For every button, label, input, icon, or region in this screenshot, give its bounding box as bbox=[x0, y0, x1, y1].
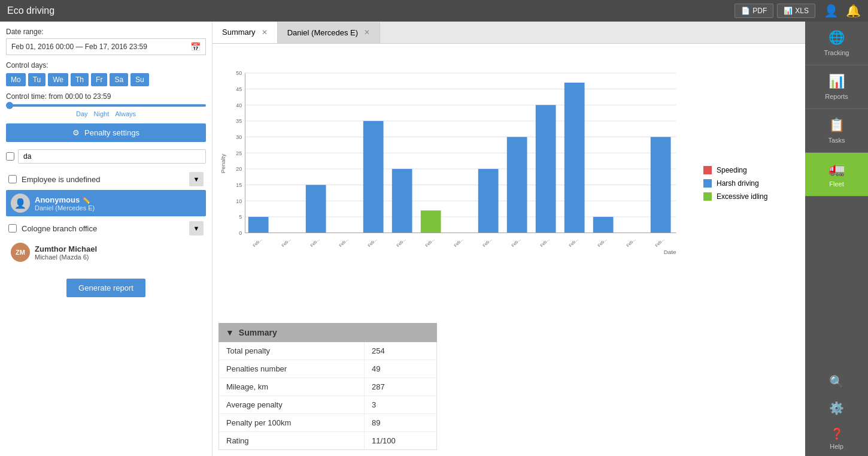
sidebar-item-tracking[interactable]: 🌐 Tracking bbox=[805, 22, 868, 65]
day-su[interactable]: Su bbox=[130, 73, 149, 86]
time-slider-thumb[interactable] bbox=[6, 102, 13, 109]
day-sa[interactable]: Sa bbox=[110, 73, 128, 86]
settings-icon: ⚙ bbox=[72, 128, 80, 137]
tab-summary[interactable]: Summary ✕ bbox=[213, 22, 278, 43]
x-axis-label: Date bbox=[664, 249, 676, 255]
penalty-settings-button[interactable]: ⚙ Penalty settings bbox=[6, 123, 206, 142]
chart-container: Penalty bbox=[213, 44, 805, 456]
fleet-label: Fleet bbox=[829, 180, 843, 188]
tracking-icon: 🌐 bbox=[828, 30, 845, 46]
sidebar-help-item[interactable]: ❓ Help bbox=[805, 421, 868, 456]
day-th[interactable]: Th bbox=[71, 73, 89, 86]
summary-header[interactable]: ▼ Summary bbox=[218, 323, 437, 342]
tasks-icon: 📋 bbox=[828, 117, 845, 133]
right-sidebar: 🌐 Tracking 📊 Reports 📋 Tasks 🚛 Fleet 🔍 ⚙… bbox=[805, 22, 868, 456]
driver-row-anonymous[interactable]: 👤 Anonymous ✏️ Daniel (Mercedes E) bbox=[6, 190, 206, 216]
svg-text:Feb...: Feb... bbox=[338, 237, 350, 249]
time-option-day[interactable]: Day bbox=[76, 110, 88, 117]
day-we[interactable]: We bbox=[48, 73, 68, 86]
bar-0 bbox=[248, 217, 269, 233]
edit-icon[interactable]: ✏️ bbox=[82, 197, 90, 204]
cologne-branch-label: Cologne branch office bbox=[22, 224, 184, 233]
date-range-input[interactable]: Feb 01, 2016 00:00 — Feb 17, 2016 23:59 … bbox=[6, 38, 206, 55]
employee-undefined-checkbox[interactable] bbox=[8, 175, 17, 183]
search-row bbox=[6, 149, 206, 164]
control-days-label: Control days: bbox=[6, 61, 206, 70]
svg-text:Feb...: Feb... bbox=[396, 237, 407, 249]
search-checkbox[interactable] bbox=[6, 152, 14, 161]
sidebar-item-tasks[interactable]: 📋 Tasks bbox=[805, 109, 868, 153]
summary-row-per-100km: Penalty per 100km 89 bbox=[219, 414, 436, 432]
svg-text:Feb...: Feb... bbox=[482, 237, 493, 249]
summary-table: Total penalty 254 Penalties number 49 Mi… bbox=[218, 342, 437, 450]
svg-text:35: 35 bbox=[236, 118, 242, 124]
tab-daniel-close[interactable]: ✕ bbox=[364, 28, 370, 37]
driver-avatar-anonymous: 👤 bbox=[11, 194, 30, 213]
sidebar-settings-item[interactable]: ⚙️ bbox=[805, 395, 868, 421]
time-option-always[interactable]: Always bbox=[115, 110, 136, 117]
anonymous-icon: 👤 bbox=[14, 198, 26, 209]
tab-summary-close[interactable]: ✕ bbox=[262, 28, 268, 37]
svg-text:Feb...: Feb... bbox=[424, 237, 436, 249]
help-icon: ❓ bbox=[830, 427, 843, 440]
legend-speeding-label: Speeding bbox=[717, 166, 747, 174]
time-option-night[interactable]: Night bbox=[94, 110, 110, 117]
sidebar-bottom: 🔍 ⚙️ ❓ Help bbox=[805, 369, 868, 456]
tracking-label: Tracking bbox=[824, 49, 849, 56]
svg-text:Feb...: Feb... bbox=[626, 237, 637, 249]
search-icon: 🔍 bbox=[829, 375, 844, 389]
generate-report-button[interactable]: Generate report bbox=[66, 279, 145, 297]
days-buttons: Mo Tu We Th Fr Sa Su bbox=[6, 73, 206, 86]
employee-undefined-expand[interactable]: ▼ bbox=[189, 172, 204, 186]
svg-text:40: 40 bbox=[236, 102, 242, 108]
settings-icon: ⚙️ bbox=[829, 401, 844, 415]
svg-text:50: 50 bbox=[236, 70, 242, 76]
bell-icon[interactable]: 🔔 bbox=[846, 4, 861, 18]
rating-label: Rating bbox=[219, 432, 365, 449]
per-100km-value: 89 bbox=[365, 414, 436, 431]
bar-4 bbox=[363, 121, 384, 233]
driver-vehicle-anonymous: Daniel (Mercedes E) bbox=[35, 204, 201, 212]
app-title: Eco driving bbox=[7, 5, 735, 16]
tab-daniel[interactable]: Daniel (Mercedes E) ✕ bbox=[278, 22, 381, 43]
svg-text:5: 5 bbox=[239, 214, 242, 220]
driver-avatar-zumthor: ZM bbox=[11, 243, 30, 262]
time-slider[interactable] bbox=[6, 104, 206, 107]
bar-5 bbox=[392, 169, 412, 233]
pdf-icon: 📄 bbox=[741, 7, 750, 15]
svg-text:Feb...: Feb... bbox=[539, 237, 551, 249]
top-bar: Eco driving 📄 PDF 📊 XLS 👤 🔔 bbox=[0, 0, 868, 22]
total-penalty-value: 254 bbox=[365, 342, 436, 360]
legend-harsh-label: Harsh driving bbox=[717, 179, 759, 188]
day-mo[interactable]: Mo bbox=[6, 73, 26, 86]
tasks-label: Tasks bbox=[828, 137, 845, 144]
per-100km-label: Penalty per 100km bbox=[219, 414, 365, 431]
penalty-settings-label: Penalty settings bbox=[84, 128, 139, 137]
svg-text:Feb...: Feb... bbox=[281, 237, 292, 249]
svg-text:Feb...: Feb... bbox=[654, 237, 666, 249]
sidebar-search-item[interactable]: 🔍 bbox=[805, 369, 868, 395]
time-slider-container[interactable] bbox=[6, 104, 206, 107]
cologne-branch-row[interactable]: Cologne branch office ▼ bbox=[6, 218, 206, 239]
cologne-branch-checkbox[interactable] bbox=[8, 224, 17, 232]
svg-text:45: 45 bbox=[236, 86, 242, 92]
summary-row-penalties-number: Penalties number 49 bbox=[219, 360, 436, 378]
xls-button[interactable]: 📊 XLS bbox=[777, 4, 815, 18]
sidebar-item-reports[interactable]: 📊 Reports bbox=[805, 65, 868, 109]
pdf-button[interactable]: 📄 PDF bbox=[735, 4, 773, 18]
bar-8 bbox=[478, 169, 499, 233]
date-range-value: Feb 01, 2016 00:00 — Feb 17, 2016 23:59 bbox=[11, 43, 147, 51]
cologne-branch-expand[interactable]: ▼ bbox=[189, 221, 204, 235]
chart-svg: Penalty bbox=[218, 50, 697, 277]
svg-text:Feb...: Feb... bbox=[367, 237, 378, 249]
driver-name-zumthor: Zumthor Michael bbox=[35, 244, 201, 253]
pdf-label: PDF bbox=[752, 7, 767, 15]
day-fr[interactable]: Fr bbox=[91, 73, 107, 86]
help-label: Help bbox=[830, 443, 843, 450]
sidebar-item-fleet[interactable]: 🚛 Fleet bbox=[805, 153, 868, 197]
driver-row-zumthor[interactable]: ZM Zumthor Michael Michael (Mazda 6) bbox=[6, 239, 206, 265]
user-icon[interactable]: 👤 bbox=[824, 4, 839, 18]
search-input[interactable] bbox=[18, 149, 206, 164]
day-tu[interactable]: Tu bbox=[28, 73, 46, 86]
employee-undefined-row[interactable]: Employee is undefined ▼ bbox=[6, 168, 206, 190]
